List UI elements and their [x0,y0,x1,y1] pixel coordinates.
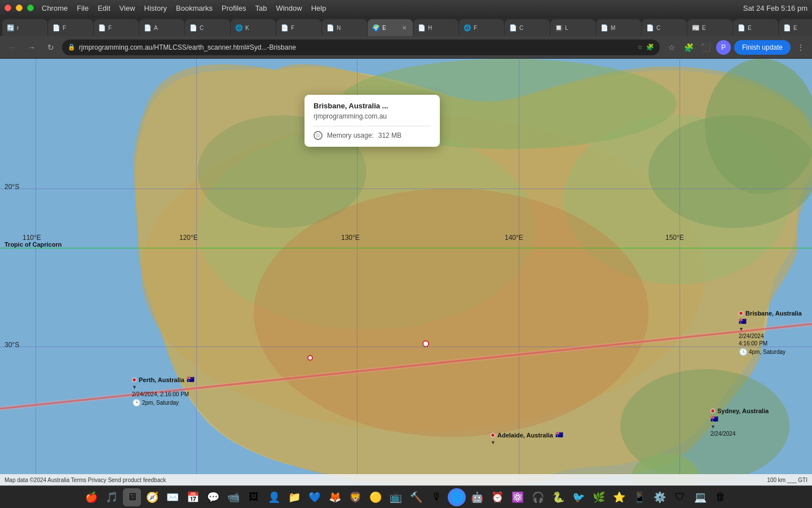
menu-window[interactable]: Window [276,4,302,12]
menu-chrome[interactable]: Chrome [42,4,68,12]
dock-filezilla[interactable]: 📁 [285,488,303,506]
grid-line-tropic [0,248,812,248]
adelaide-arrow: ▼ [491,440,496,445]
dock-podcast[interactable]: 🎙 [427,488,445,506]
brisbane-flag: 🇦🇺 [739,318,747,325]
tab-16[interactable]: 📰E [687,19,732,36]
reload-button[interactable]: ↻ [43,40,59,55]
split-view-icon[interactable]: ⬛ [699,41,713,54]
dock-chrome[interactable]: 🌐 [448,488,466,506]
tab-10[interactable]: 📄H [413,19,458,36]
tab-5[interactable]: 📄C [185,19,230,36]
address-bar[interactable]: 🔒 rjmprogramming.com.au/HTMLCSS/earth_sc… [62,40,660,55]
label-150e: 150°E [665,234,684,242]
dock-facetime[interactable]: 📹 [224,488,242,506]
dock-terminal[interactable]: 💻 [691,488,709,506]
dock-python[interactable]: 🐍 [549,488,567,506]
tab-close-icon[interactable]: ✕ [400,24,408,32]
tropic-label: Tropic of Capricorn [5,241,61,248]
back-button[interactable]: ← [5,40,20,55]
tab-18[interactable]: 📄E [779,19,812,36]
grid-line-20s [0,189,812,189]
url-display: rjmprogramming.com.au/HTMLCSS/earth_scan… [79,43,634,51]
dock-android2[interactable]: 📱 [630,488,648,506]
dock-safari[interactable]: 🧭 [143,488,161,506]
label-140e: 140°E [505,234,523,242]
dock-photos[interactable]: 🖼 [245,488,263,506]
dock-messages[interactable]: 💬 [204,488,222,506]
dock-avast[interactable]: 🛡 [671,488,689,506]
dock-firefox[interactable]: 🦊 [326,488,344,506]
dock-android[interactable]: 🤖 [468,488,486,506]
tab-11[interactable]: 🌐F [459,19,504,36]
extensions-icon[interactable]: 🧩 [646,43,654,51]
menu-profiles[interactable]: Profiles [222,4,246,12]
brisbane-name: Brisbane, Australia [745,310,802,317]
tab-6[interactable]: 🌐K [231,19,276,36]
adelaide-flag: 🇦🇺 [555,431,563,439]
tab-4[interactable]: 📄A [139,19,184,36]
tab-15[interactable]: 📄C [642,19,687,36]
bookmark-icon[interactable]: ☆ [637,43,643,51]
tab-8[interactable]: 📄N [322,19,367,36]
forward-button[interactable]: → [24,40,39,55]
menu-help[interactable]: Help [311,4,326,12]
city-adelaide: Adelaide, Australia 🇦🇺 ▼ [491,431,563,445]
maximize-button[interactable] [27,5,34,11]
tab-9-active[interactable]: 🌍 E ✕ [368,19,413,36]
dock-music[interactable]: 🎵 [103,488,121,506]
dock-zoom[interactable]: 💙 [306,488,324,506]
dock-finder[interactable]: 🍎 [82,488,100,506]
menu-bookmarks[interactable]: Bookmarks [176,4,213,12]
dock-clock[interactable]: ⏰ [488,488,506,506]
bookmark-star-icon[interactable]: ☆ [665,41,679,54]
tab-2[interactable]: 📄F [48,19,93,36]
tab-13[interactable]: 🔲L [550,19,595,36]
tab-7[interactable]: 📄F [276,19,321,36]
menu-file[interactable]: File [77,4,89,12]
grid-line-150e [679,59,680,485]
tooltip-title: Brisbane, Australia ... [314,102,431,110]
close-button[interactable] [5,5,11,11]
dock-contacts[interactable]: 👤 [265,488,283,506]
tab-12[interactable]: 📄C [505,19,550,36]
label-110e: 110°E [23,234,41,242]
navigation-bar: ← → ↻ 🔒 rjmprogramming.com.au/HTMLCSS/ea… [0,36,812,59]
dock-display[interactable]: 🖥 [123,488,141,506]
dock-appletv[interactable]: 📺 [387,488,405,506]
menu-edit[interactable]: Edit [98,4,110,12]
dock-brave[interactable]: 🦁 [346,488,364,506]
perth-flag: 🇦🇺 [187,376,195,383]
dock-settings[interactable]: ⚙️ [651,488,669,506]
menu-tab[interactable]: Tab [255,4,267,12]
finish-update-button[interactable]: Finish update [734,40,791,55]
dock-atom[interactable]: ⚛️ [509,488,527,506]
map-status-left: Map data ©2024 Australia Terms Privacy S… [5,477,166,483]
dock-calendar[interactable]: 📅 [184,488,202,506]
dock-btc[interactable]: 🟡 [367,488,385,506]
adelaide-dot [491,433,495,437]
chrome-menu-icon[interactable]: ⋮ [794,41,807,54]
menu-view[interactable]: View [120,4,135,12]
minimize-button[interactable] [16,5,23,11]
dock: 🍎 🎵 🖥 🧭 ✉️ 📅 💬 📹 🖼 👤 📁 💙 🦊 🦁 🟡 📺 🔨 🎙 🌐 🤖… [0,485,812,508]
tab-14[interactable]: 📄M [596,19,641,36]
dock-copilot[interactable]: 🌿 [590,488,608,506]
memory-value: 312 MB [378,132,401,139]
label-130e: 130°E [341,234,360,242]
tab-1[interactable]: 🔄r [2,19,47,36]
sydney-dot [710,409,715,413]
profile-avatar[interactable]: P [716,40,731,55]
dock-keka[interactable]: ⭐ [610,488,628,506]
tab-17[interactable]: 📄E [733,19,778,36]
dock-mail[interactable]: ✉️ [164,488,182,506]
menu-history[interactable]: History [144,4,167,12]
extensions-panel-icon[interactable]: 🧩 [682,41,696,54]
tab-3[interactable]: 📄F [94,19,139,36]
map-container: 20°S 30°S 110°E 120°E 130°E 140°E 150°E … [0,59,812,485]
dock-xcode[interactable]: 🔨 [407,488,425,506]
city-perth: Perth, Australia 🇦🇺 ▼ 2/24/2024, 2:16:00… [132,376,195,407]
dock-twitter[interactable]: 🐦 [570,488,588,506]
dock-spotify[interactable]: 🎧 [529,488,547,506]
dock-trash[interactable]: 🗑 [712,488,730,506]
